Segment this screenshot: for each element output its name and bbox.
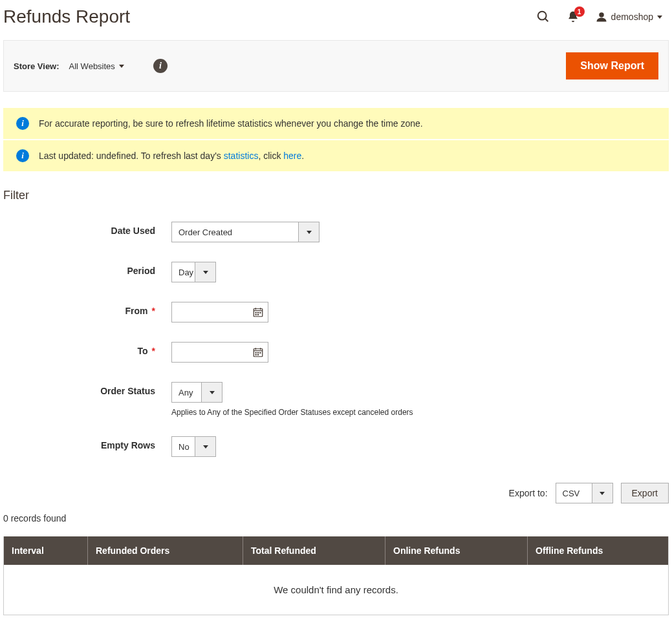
- store-view-select[interactable]: All Websites: [69, 61, 124, 71]
- caret-down-icon: [657, 16, 662, 19]
- grid-header: Interval Refunded Orders Total Refunded …: [4, 536, 668, 565]
- info-icon: i: [16, 149, 29, 162]
- svg-rect-18: [259, 352, 261, 354]
- svg-rect-16: [255, 352, 257, 354]
- caret-down-icon: [307, 231, 312, 234]
- date-used-label: Date Used: [3, 222, 171, 236]
- col-refunded-orders[interactable]: Refunded Orders: [88, 536, 243, 565]
- svg-point-0: [537, 12, 546, 20]
- svg-rect-9: [259, 312, 261, 313]
- svg-rect-17: [257, 352, 259, 354]
- col-online-refunds[interactable]: Online Refunds: [385, 536, 528, 565]
- show-report-button[interactable]: Show Report: [566, 52, 658, 79]
- svg-rect-20: [257, 354, 259, 355]
- col-total-refunded[interactable]: Total Refunded: [243, 536, 385, 565]
- svg-rect-8: [257, 312, 259, 313]
- export-format-select[interactable]: CSV: [556, 483, 613, 503]
- svg-rect-11: [257, 314, 259, 315]
- caret-down-icon: [203, 445, 208, 449]
- svg-line-1: [545, 19, 548, 22]
- empty-rows-select[interactable]: No: [171, 436, 216, 457]
- info-icon: i: [16, 117, 29, 130]
- filter-heading: Filter: [3, 189, 669, 202]
- notifications-icon[interactable]: 1: [567, 10, 580, 23]
- col-interval[interactable]: Interval: [4, 536, 88, 565]
- export-button[interactable]: Export: [621, 483, 669, 503]
- from-date-input[interactable]: [171, 302, 268, 322]
- from-label: From*: [3, 302, 171, 316]
- caret-down-icon: [119, 65, 124, 68]
- order-status-label: Order Status: [3, 382, 171, 396]
- svg-rect-10: [255, 314, 257, 315]
- period-select[interactable]: Day: [171, 262, 216, 282]
- search-icon[interactable]: [536, 10, 550, 24]
- scope-bar: Store View: All Websites i Show Report: [3, 40, 669, 92]
- date-used-select[interactable]: Order Created: [171, 222, 320, 242]
- report-grid: Interval Refunded Orders Total Refunded …: [3, 536, 669, 615]
- caret-down-icon: [203, 271, 208, 274]
- to-label: To*: [3, 342, 171, 356]
- period-label: Period: [3, 262, 171, 276]
- export-to-label: Export to:: [509, 488, 548, 498]
- svg-point-2: [599, 12, 604, 17]
- caret-down-icon: [600, 492, 605, 495]
- to-date-field[interactable]: [179, 348, 240, 357]
- order-status-note: Applies to Any of the Specified Order St…: [171, 408, 669, 417]
- to-date-input[interactable]: [171, 342, 268, 363]
- empty-rows-label: Empty Rows: [3, 436, 171, 450]
- refresh-here-link[interactable]: here: [283, 151, 301, 161]
- username: demoshop: [611, 12, 653, 22]
- calendar-icon[interactable]: [252, 306, 264, 318]
- order-status-select[interactable]: Any: [171, 382, 222, 403]
- col-offline-refunds[interactable]: Offline Refunds: [528, 536, 668, 565]
- from-date-field[interactable]: [179, 308, 240, 317]
- statistics-link[interactable]: statistics: [224, 151, 259, 161]
- svg-rect-7: [255, 312, 257, 313]
- caret-down-icon: [210, 391, 215, 394]
- calendar-icon[interactable]: [252, 346, 264, 358]
- page-title: Refunds Report: [3, 6, 130, 27]
- notification-badge: 1: [574, 6, 585, 17]
- grid-empty-message: We couldn't find any records.: [4, 565, 668, 615]
- records-found-text: 0 records found: [0, 513, 672, 536]
- info-message-statistics: i Last updated: undefined. To refresh la…: [3, 140, 669, 171]
- info-message-timezone: i For accurate reporting, be sure to ref…: [3, 108, 669, 139]
- help-icon[interactable]: i: [153, 59, 168, 73]
- svg-rect-19: [255, 354, 257, 355]
- store-view-label: Store View:: [14, 61, 60, 71]
- user-menu[interactable]: demoshop: [596, 11, 662, 23]
